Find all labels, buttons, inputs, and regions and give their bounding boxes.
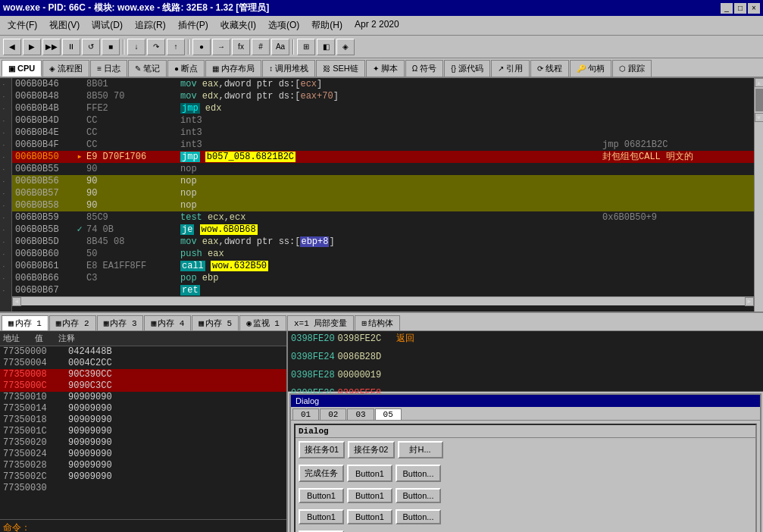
btab-memory3[interactable]: ▦ 内存 3	[97, 315, 144, 330]
toolbar-pause[interactable]: ⏸	[62, 39, 80, 55]
mem-row[interactable]: 7735001C 90909090	[0, 426, 286, 437]
dialog-btn-task1[interactable]: 接任务01	[299, 441, 345, 458]
mem-row[interactable]: 77350014 90909090	[0, 403, 286, 415]
code-line[interactable]: 006B0B60 50 push eax	[12, 248, 754, 260]
code-line[interactable]: 006B0B48 8B50 70 mov edx,dword ptr ds:[e…	[12, 90, 754, 102]
tab-breakpoints[interactable]: ● 断点	[167, 60, 205, 77]
scroll-down[interactable]: ▼	[755, 113, 764, 122]
menu-trace[interactable]: 追踪(R)	[129, 17, 172, 33]
dialog-btn-b2-r4[interactable]: Button1	[347, 509, 392, 524]
disassembly-view[interactable]: 006B0B46 8B01 mov eax,dword ptr ds:[ecx]…	[12, 78, 754, 311]
toolbar-back[interactable]: ◀	[3, 39, 21, 55]
code-line[interactable]: 006B0B59 85C9 test ecx,ecx 0x6B0B50+9	[12, 211, 754, 224]
tab-symbol[interactable]: Ω 符号	[405, 60, 443, 77]
close-button[interactable]: ×	[748, 3, 760, 14]
code-line[interactable]: 006B0B5D 8B45 08 mov eax,dword ptr ss:[e…	[12, 236, 754, 248]
command-input[interactable]	[36, 522, 187, 532]
menu-view[interactable]: 视图(V)	[43, 17, 86, 33]
dialog-btn-b2-r2[interactable]: Button...	[396, 465, 441, 482]
dialog-tab-01[interactable]: 01	[292, 408, 319, 420]
tab-threads[interactable]: ⟳ 线程	[530, 60, 569, 77]
dialog-tab-05[interactable]: 05	[375, 408, 402, 420]
tab-handles[interactable]: 🔑 句柄	[570, 60, 611, 77]
command-bar[interactable]: 命令：	[0, 519, 286, 532]
code-line[interactable]: 006B0B4B FFE2 jmp edx	[12, 102, 754, 114]
maximize-button[interactable]: □	[734, 3, 746, 14]
tab-memory-layout[interactable]: ▦ 内存布局	[205, 60, 261, 77]
dialog-tab-02[interactable]: 02	[320, 408, 346, 420]
code-line[interactable]: 006B0B5B ✓ 74 0B je wow.6B0B68	[12, 224, 754, 236]
btab-memory4[interactable]: ▦ 内存 4	[144, 315, 191, 330]
tab-cpu[interactable]: ▣ CPU	[2, 60, 42, 77]
toolbar-extra1[interactable]: ⊞	[297, 39, 315, 55]
dialog-btn-complete[interactable]: 完成任务	[299, 465, 344, 482]
hscroll-right[interactable]: ▶	[745, 297, 754, 306]
tab-notes[interactable]: ✎ 笔记	[128, 60, 167, 77]
toolbar-extra3[interactable]: ◈	[336, 39, 355, 55]
menu-help[interactable]: 帮助(H)	[305, 17, 349, 33]
scroll-thumb[interactable]	[755, 89, 763, 111]
toolbar-forward[interactable]: ▶	[23, 39, 41, 55]
code-line[interactable]: 006B0B4D CC int3	[12, 114, 754, 127]
dialog-btn-b3-r4[interactable]: Button...	[396, 509, 441, 524]
btab-watch[interactable]: ◉ 监视 1	[239, 315, 286, 330]
code-line[interactable]: 006B0B66 C3 pop ebp	[12, 272, 754, 284]
code-line[interactable]: 006B0B55 90 nop	[12, 163, 754, 175]
tab-log[interactable]: ≡ 日志	[90, 60, 127, 77]
tab-refs[interactable]: ↗ 引用	[491, 60, 530, 77]
toolbar-step-out[interactable]: ↑	[167, 39, 185, 55]
menu-favorites[interactable]: 收藏夹(I)	[214, 17, 262, 33]
code-line[interactable]: 006B0B58 90 nop	[12, 199, 754, 211]
code-vertical-scrollbar[interactable]: ▲ ▼	[754, 78, 763, 311]
code-line[interactable]: 006B0B46 8B01 mov eax,dword ptr ds:[ecx]	[12, 78, 754, 90]
horizontal-scrollbar[interactable]: ◀ ▶	[12, 296, 754, 305]
dialog-btn-b1-r3[interactable]: Button1	[299, 488, 344, 503]
tab-seh[interactable]: ⛓ SEH链	[316, 60, 365, 77]
toolbar-aa[interactable]: Aa	[271, 39, 289, 55]
tab-script[interactable]: ✦ 脚本	[366, 60, 405, 77]
dialog-btn-sealH[interactable]: 封H...	[398, 441, 443, 458]
toolbar-fx[interactable]: fx	[232, 39, 250, 55]
btab-struct[interactable]: ⊞ 结构体	[355, 315, 400, 330]
mem-row[interactable]: 77350010 90909090	[0, 392, 286, 403]
code-line[interactable]: 006B0B4F CC int3 jmp 06821B2C	[12, 139, 754, 151]
code-line-current[interactable]: 006B0B50 ▸ E9 D70F1706 jmp b057_058.6821…	[12, 151, 754, 163]
dialog-btn-b1-r4[interactable]: Button1	[299, 509, 344, 524]
mem-row-highlight[interactable]: 7735000C 9090C3CC	[0, 380, 286, 392]
dialog-btn-b1-r2[interactable]: Button1	[347, 465, 392, 482]
mem-row[interactable]: 77350030	[0, 483, 286, 494]
code-line[interactable]: 006B0B4E CC int3	[12, 127, 754, 139]
toolbar-extra2[interactable]: ◧	[317, 39, 335, 55]
code-line[interactable]: 006B0B67 ret	[12, 284, 754, 296]
dialog-tab-03[interactable]: 03	[347, 408, 374, 420]
mem-row[interactable]: 77350018 90909090	[0, 415, 286, 426]
code-line[interactable]: 006B0B56 90 nop	[12, 175, 754, 187]
minimize-button[interactable]: _	[721, 3, 733, 14]
mem-row[interactable]: 7735002C 90909090	[0, 471, 286, 483]
toolbar-bp[interactable]: ●	[192, 39, 211, 55]
mem-row[interactable]: 77350028 90909090	[0, 460, 286, 471]
mem-row[interactable]: 77350000 0424448B	[0, 346, 286, 358]
dialog-btn-b3-r3[interactable]: Button...	[396, 488, 441, 503]
toolbar-hash[interactable]: #	[252, 39, 270, 55]
mem-row[interactable]: 77350024 90909090	[0, 449, 286, 460]
scroll-up[interactable]: ▲	[755, 78, 764, 87]
dialog-btn-b2-r3[interactable]: Button1	[347, 488, 392, 503]
btab-locals[interactable]: x=1 局部变量	[287, 315, 354, 330]
tab-trace[interactable]: ⬡ 跟踪	[612, 60, 652, 77]
hscroll-left[interactable]: ◀	[12, 297, 21, 306]
toolbar-step-into[interactable]: ↓	[127, 39, 145, 55]
btab-memory2[interactable]: ▦ 内存 2	[49, 315, 96, 330]
menu-options[interactable]: 选项(O)	[262, 17, 305, 33]
btab-memory1[interactable]: ▦ 内存 1	[2, 315, 48, 330]
mem-row[interactable]: 77350020 90909090	[0, 437, 286, 449]
menu-debug[interactable]: 调试(D)	[86, 17, 129, 33]
dialog-btn-task2[interactable]: 接任务02	[348, 441, 394, 458]
mem-row-highlight[interactable]: 77350008 90C390CC	[0, 369, 286, 380]
mem-row[interactable]: 77350004 0004C2CC	[0, 358, 286, 369]
code-line[interactable]: 006B0B61 E8 EA1FF8FF call wow.632B50	[12, 260, 754, 272]
toolbar-step-over[interactable]: ↷	[147, 39, 165, 55]
btab-memory5[interactable]: ▦ 内存 5	[192, 315, 239, 330]
title-controls[interactable]: _ □ ×	[721, 3, 760, 14]
code-line[interactable]: 006B0B57 90 nop	[12, 187, 754, 199]
